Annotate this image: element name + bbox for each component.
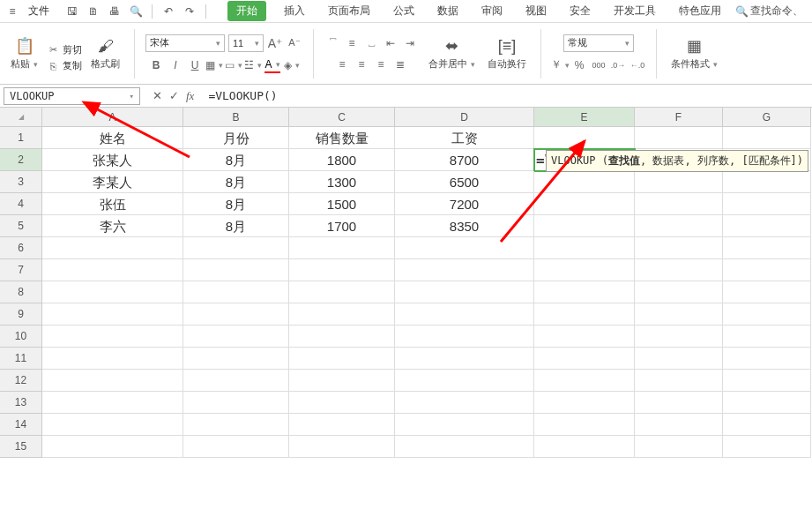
cell[interactable]: 姓名 (42, 127, 183, 149)
cell[interactable] (635, 281, 723, 303)
percent-icon[interactable]: % (571, 57, 587, 73)
cell[interactable] (183, 370, 289, 392)
indent-decrease-icon[interactable]: ⇤ (383, 35, 399, 51)
cell[interactable] (289, 414, 395, 436)
cell[interactable] (635, 326, 723, 348)
tab-start[interactable]: 开始 (227, 1, 266, 21)
align-center-icon[interactable]: ≡ (354, 56, 369, 72)
cell[interactable] (534, 348, 635, 370)
cell[interactable] (534, 259, 635, 281)
cell[interactable] (534, 215, 635, 237)
col-header-e[interactable]: E (534, 108, 635, 127)
cell[interactable] (635, 303, 723, 326)
cell[interactable] (635, 414, 723, 436)
cell[interactable] (723, 326, 811, 348)
number-format-combo[interactable]: 常规▾ (563, 34, 634, 52)
cell[interactable]: 8月 (183, 171, 289, 193)
cell[interactable] (395, 392, 534, 414)
cell[interactable] (534, 171, 635, 193)
cell[interactable] (42, 281, 183, 303)
search-command[interactable]: 🔍 查找命令、 (735, 4, 807, 19)
row-header[interactable]: 3 (0, 171, 42, 193)
copy-button[interactable]: ⎘复制 (47, 59, 82, 72)
cell[interactable] (42, 237, 183, 259)
cell[interactable] (534, 193, 635, 215)
valign-bottom-icon[interactable]: ⎵ (363, 35, 379, 51)
cell[interactable]: 1500 (289, 193, 395, 215)
col-header-c[interactable]: C (289, 108, 395, 127)
cut-button[interactable]: ✂剪切 (47, 43, 82, 56)
cell[interactable] (395, 281, 534, 303)
align-left-icon[interactable]: ≡ (334, 56, 350, 72)
cell[interactable] (635, 127, 723, 149)
cell[interactable] (534, 370, 635, 392)
cell[interactable] (723, 215, 811, 237)
format-painter-button[interactable]: 🖌 格式刷 (87, 35, 123, 72)
decimal-decrease-icon[interactable]: ←.0 (629, 57, 645, 73)
decimal-increase-icon[interactable]: .0→ (610, 57, 626, 73)
cell[interactable] (183, 436, 289, 458)
cell[interactable] (635, 370, 723, 392)
file-menu[interactable]: 文件 (23, 4, 55, 19)
row-header[interactable]: 9 (0, 303, 42, 326)
cell[interactable] (534, 237, 635, 259)
row-header[interactable]: 14 (0, 414, 42, 436)
border-button[interactable]: ▭▾ (226, 57, 242, 73)
cell[interactable]: 张某人 (42, 149, 183, 171)
col-header-g[interactable]: G (723, 108, 811, 127)
row-header[interactable]: 11 (0, 348, 42, 370)
cell[interactable]: 8月 (183, 215, 289, 237)
cell[interactable] (183, 348, 289, 370)
cancel-icon[interactable]: ✕ (153, 89, 162, 102)
cell[interactable] (183, 281, 289, 303)
cell[interactable]: 8700 (395, 149, 534, 171)
cell[interactable] (723, 414, 811, 436)
tab-devtools[interactable]: 开发工具 (608, 1, 661, 21)
cell[interactable] (289, 370, 395, 392)
cell[interactable] (635, 392, 723, 414)
cell[interactable] (534, 281, 635, 303)
formula-input[interactable]: =VLOOKUP() (203, 89, 812, 102)
cell[interactable] (183, 414, 289, 436)
indent-increase-icon[interactable]: ⇥ (402, 35, 418, 51)
cell[interactable] (635, 348, 723, 370)
cell[interactable] (635, 215, 723, 237)
row-header[interactable]: 6 (0, 237, 42, 259)
cell[interactable]: 月份 (183, 127, 289, 149)
row-header[interactable]: 4 (0, 193, 42, 215)
cell[interactable] (395, 237, 534, 259)
cell[interactable] (395, 259, 534, 281)
merge-center-button[interactable]: ⬌ 合并居中▾ (425, 34, 479, 72)
col-header-a[interactable]: A (42, 108, 183, 127)
cell[interactable] (183, 392, 289, 414)
cell[interactable]: 7200 (395, 193, 534, 215)
redo-icon[interactable]: ↷ (183, 4, 197, 19)
cell[interactable]: 6500 (395, 171, 534, 193)
tab-review[interactable]: 审阅 (476, 1, 508, 21)
cell[interactable] (183, 303, 289, 326)
cell[interactable] (723, 392, 811, 414)
cell[interactable] (289, 303, 395, 326)
font-name-combo[interactable]: 宋体▾ (145, 34, 225, 52)
cell[interactable] (534, 326, 635, 348)
italic-button[interactable]: I (168, 57, 183, 73)
bold-button[interactable]: B (148, 57, 164, 73)
valign-top-icon[interactable]: ⎴ (324, 35, 340, 51)
row-header[interactable]: 8 (0, 281, 42, 303)
cell[interactable] (289, 348, 395, 370)
cell[interactable] (534, 436, 635, 458)
cell[interactable] (395, 436, 534, 458)
undo-icon[interactable]: ↶ (161, 4, 175, 19)
cell[interactable] (289, 326, 395, 348)
cell[interactable] (42, 370, 183, 392)
cell[interactable] (42, 326, 183, 348)
increase-font-icon[interactable]: A⁺ (267, 35, 283, 51)
cell[interactable] (289, 392, 395, 414)
app-menu-icon[interactable]: ≡ (5, 4, 19, 19)
row-header[interactable]: 10 (0, 326, 42, 348)
thousands-icon[interactable]: 000 (591, 57, 607, 73)
fx-icon[interactable]: fx (186, 89, 194, 103)
cell[interactable] (635, 193, 723, 215)
wrap-text-button[interactable]: [≡] 自动换行 (484, 35, 530, 72)
cell[interactable]: 工资 (395, 127, 534, 149)
